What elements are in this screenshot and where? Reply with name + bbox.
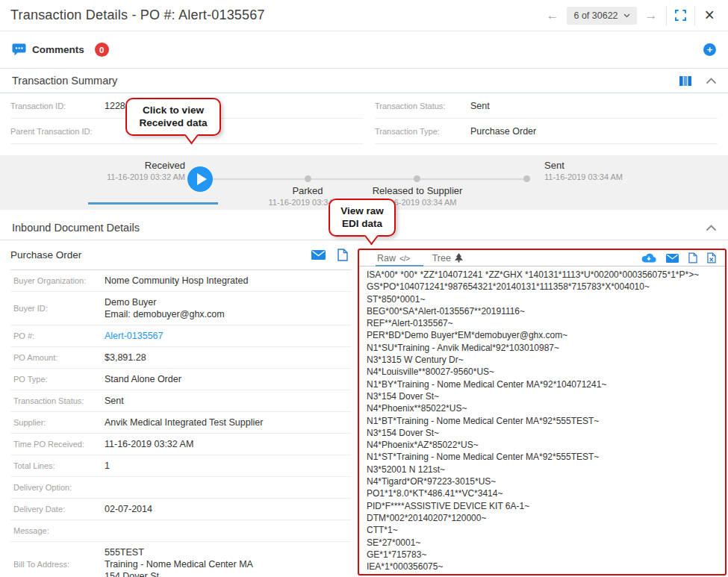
transaction-summary-title: Transaction Summary — [12, 75, 117, 87]
edi-segment-line: SE*27*0001~ — [367, 537, 722, 549]
timeline-step-received: Received 11-16-2019 03:32 AM — [43, 160, 185, 181]
field-label: PO #: — [13, 331, 105, 340]
field-label: PO Type: — [13, 375, 105, 384]
edi-segment-line: ST*850*0001~ — [367, 293, 722, 305]
po-field-row: Delivery Option: — [10, 477, 351, 499]
edi-segment-line: REF**Alert-0135567~ — [367, 317, 722, 329]
email-icon[interactable] — [311, 250, 326, 260]
po-field-row: Bill To Address: 555TESTTraining - Nome … — [10, 542, 351, 577]
field-label: Transaction Status: — [13, 396, 105, 405]
field-value: Purchase Order — [470, 126, 536, 137]
edi-segment-line: ISA*00* *00* *ZZ*104071241 *ZZ*GHX *1401… — [367, 269, 722, 281]
purchase-order-title: Purchase Order — [10, 249, 81, 261]
edi-segment-line: PER*BD*Demo Buyer*EM*demobuyer@ghx.com~ — [367, 329, 722, 341]
field-value: Nome Community Hosp Integrated — [105, 275, 248, 287]
field-label: Parent Transaction ID: — [10, 127, 105, 136]
field-value: Demo BuyerEmail: demobuyer@ghx.com — [105, 296, 225, 320]
next-transaction-button[interactable]: → — [645, 9, 658, 22]
field-value: 1228 — [105, 101, 125, 111]
page-title: Transaction Details - PO #: Alert-013556… — [10, 7, 265, 23]
chevron-down-icon — [623, 13, 630, 18]
summary-field-row: Transaction Status: Sent — [375, 93, 718, 119]
edi-segment-line: PO1*1*8.0*KT*486.41**VC*3414~ — [367, 487, 722, 499]
edi-segment-line: N3*52001 N 121st~ — [367, 464, 722, 475]
po-field-row: Message: — [10, 520, 351, 542]
pdf-export-icon[interactable] — [337, 249, 348, 261]
timeline-dot-parked — [305, 175, 311, 182]
close-icon[interactable]: × — [703, 7, 716, 24]
edi-segment-line: N1*BY*Training - Nome Medical Center MA*… — [367, 378, 722, 390]
edi-segment-line: GE*1*715783~ — [367, 549, 722, 561]
tab-raw[interactable]: Raw </> — [377, 253, 410, 263]
comments-section: Comments 0 + — [0, 31, 728, 69]
field-label: Delivery Date: — [13, 505, 105, 514]
transaction-pager-dropdown[interactable]: 6 of 30622 — [567, 7, 636, 25]
edi-segment-line: N3*154 Dover St~ — [367, 427, 722, 439]
edi-segment-line: PID*F****ASSISTIVE DEVICE KIT 6A-1~ — [367, 500, 722, 512]
tab-tree[interactable]: Tree — [432, 253, 463, 263]
edi-viewer-tabs: Raw </> Tree — [359, 250, 725, 266]
field-label: Buyer Organization: — [13, 276, 105, 285]
field-label: Bill To Address: — [13, 560, 105, 569]
field-label: Transaction Status: — [375, 102, 470, 110]
po-field-row: Supplier: Anvik Medical Integrated Test … — [10, 412, 351, 434]
edi-viewer-panel: Raw </> Tree — [358, 249, 727, 576]
play-view-received-data-icon[interactable] — [187, 166, 213, 192]
field-value: Sent — [470, 101, 490, 111]
active-step-indicator — [88, 202, 218, 205]
transaction-summary-fields: Transaction ID: 1228 Parent Transaction … — [0, 93, 728, 155]
field-value: Alert-0135567 — [105, 330, 164, 342]
field-label: Transaction ID: — [10, 102, 105, 110]
edi-segment-line: N3*154 Dover St~ — [367, 390, 722, 402]
cloud-download-icon[interactable] — [641, 253, 656, 263]
columns-layout-icon[interactable] — [679, 76, 691, 86]
active-tab-indicator — [376, 265, 423, 266]
code-icon: </> — [399, 254, 410, 263]
field-value: Stand Alone Order — [105, 373, 181, 385]
po-field-row: Buyer ID: Demo BuyerEmail: demobuyer@ghx… — [10, 292, 351, 325]
edi-segment-line: N4*Phoenix**85022*US~ — [367, 402, 722, 414]
previous-transaction-button[interactable]: ← — [546, 9, 559, 22]
collapse-inbound-chevron-up-icon[interactable] — [706, 225, 716, 231]
po-field-row: Time PO Received: 11-16-2019 03:32 AM — [10, 434, 351, 455]
transaction-details-window: Transaction Details - PO #: Alert-013556… — [0, 0, 728, 577]
chat-bubble-icon — [12, 43, 26, 56]
field-label: Time PO Received: — [13, 440, 105, 449]
purchase-order-fields: Buyer Organization: Nome Community Hosp … — [10, 270, 351, 577]
purchase-order-header: Purchase Order — [10, 240, 351, 270]
field-value: 555TESTTraining - Nome Medical Center MA… — [105, 546, 253, 577]
field-value: 11-16-2019 03:32 AM — [105, 438, 193, 450]
excel-export-icon[interactable] — [707, 252, 716, 263]
timeline-dot-sent — [523, 175, 530, 182]
edi-segment-line: GS*PO*104071241*987654321*20140131*11135… — [367, 281, 722, 293]
edi-segment-line: BEG*00*SA*Alert-0135567**20191116~ — [367, 305, 722, 317]
timeline-dot-released — [414, 175, 420, 182]
window-header: Transaction Details - PO #: Alert-013556… — [0, 0, 728, 31]
edi-segment-line: CTT*1~ — [367, 524, 722, 536]
transaction-summary-header: Transaction Summary — [0, 69, 728, 93]
timeline-step-sent: Sent 11-16-2019 03:34 AM — [544, 160, 623, 181]
callout-view-raw-edi-data: View raw EDI data — [329, 199, 396, 237]
purchase-order-panel: Purchase Order Buyer Organization: Nome … — [10, 240, 351, 577]
field-label: Transaction Type: — [375, 127, 470, 136]
po-field-row: Buyer Organization: Nome Community Hosp … — [10, 270, 351, 292]
edi-segment-line: N4*Louisville**80027-9560*US~ — [367, 366, 722, 378]
field-label: PO Amount: — [13, 353, 105, 362]
edi-segment-line: N4*Tigard*OR*97223-3015*US~ — [367, 475, 722, 487]
edi-segment-line: N1*BT*Training - Nome Medical Center MA*… — [367, 415, 722, 427]
comments-count-badge: 0 — [95, 43, 109, 57]
po-field-row: PO #: Alert-0135567 — [10, 325, 351, 347]
fullscreen-icon[interactable] — [675, 10, 686, 21]
pdf-export-icon[interactable] — [688, 252, 697, 263]
po-field-row: Total Lines: 1 — [10, 455, 351, 477]
summary-field-row: Transaction Type: Purchase Order — [375, 119, 718, 144]
add-comment-button[interactable]: + — [703, 43, 716, 56]
po-field-row: Transaction Status: Sent — [10, 390, 351, 412]
po-field-row: Delivery Date: 02-07-2014 — [10, 499, 351, 520]
field-value: 02-07-2014 — [105, 503, 152, 515]
timeline-track — [212, 178, 529, 180]
email-icon[interactable] — [666, 254, 679, 263]
edi-segment-line: N4*Phoenix*AZ*85022*US~ — [367, 439, 722, 451]
collapse-summary-chevron-up-icon[interactable] — [706, 78, 716, 84]
raw-edi-content: ISA*00* *00* *ZZ*104071241 *ZZ*GHX *1401… — [359, 266, 725, 573]
